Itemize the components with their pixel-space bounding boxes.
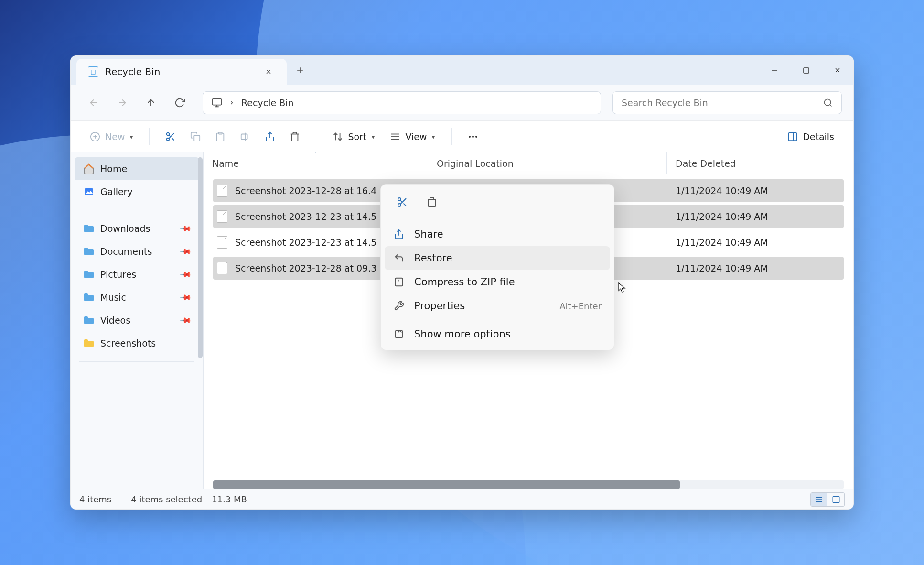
svg-point-14: [825, 99, 831, 105]
svg-rect-37: [789, 132, 797, 141]
rename-button[interactable]: [235, 126, 256, 147]
chevron-down-icon: ▾: [432, 133, 435, 141]
sidebar-item-home[interactable]: Home: [75, 157, 199, 180]
sidebar-item-gallery[interactable]: Gallery: [75, 180, 199, 203]
file-explorer-window: Recycle Bin: [70, 55, 854, 510]
search-input[interactable]: [622, 98, 823, 108]
tab-close-button[interactable]: [262, 65, 275, 78]
new-button[interactable]: New ▾: [84, 126, 139, 147]
back-button[interactable]: [82, 91, 105, 114]
maximize-button[interactable]: [790, 57, 822, 83]
breadcrumb-location[interactable]: Recycle Bin: [241, 98, 294, 108]
svg-point-42: [398, 204, 401, 206]
view-toggle-thumbnails[interactable]: [827, 492, 845, 507]
copy-button[interactable]: [185, 126, 206, 147]
more-button[interactable]: [462, 126, 483, 147]
ctx-cut-button[interactable]: [393, 193, 411, 211]
wrench-icon: [393, 301, 405, 311]
search-box[interactable]: [612, 91, 842, 114]
sidebar-item-screenshots[interactable]: Screenshots: [75, 332, 199, 355]
breadcrumb[interactable]: Recycle Bin: [203, 91, 601, 114]
svg-line-44: [403, 203, 406, 206]
svg-line-22: [172, 138, 174, 140]
up-button[interactable]: [140, 91, 162, 114]
sidebar-item-documents[interactable]: Documents 📌: [75, 240, 199, 263]
svg-line-23: [169, 135, 171, 137]
horizontal-scrollbar[interactable]: [213, 480, 844, 489]
sidebar-item-music[interactable]: Music 📌: [75, 286, 199, 309]
sidebar-item-label: Downloads: [100, 223, 150, 234]
svg-rect-11: [213, 98, 221, 105]
svg-rect-25: [219, 132, 222, 134]
gallery-icon: [83, 186, 95, 197]
paste-button[interactable]: [210, 126, 231, 147]
folder-icon: [83, 315, 95, 325]
tab-recycle-bin[interactable]: Recycle Bin: [76, 59, 287, 85]
file-icon: [217, 210, 227, 223]
sidebar-item-label: Home: [100, 163, 127, 174]
navbar: Recycle Bin: [71, 85, 853, 121]
svg-rect-39: [85, 188, 93, 195]
folder-icon: [83, 293, 95, 302]
sidebar-scrollbar[interactable]: [198, 157, 203, 358]
view-toggles: [810, 492, 845, 507]
zip-icon: [393, 277, 405, 287]
folder-icon: [83, 270, 95, 279]
svg-point-20: [167, 138, 170, 141]
folder-icon: [83, 338, 95, 348]
context-menu: Share Restore Compress to ZIP file: [380, 184, 614, 350]
svg-point-41: [398, 198, 401, 201]
view-button[interactable]: View ▾: [384, 126, 441, 147]
svg-rect-24: [194, 135, 200, 141]
status-selection: 4 items selected: [131, 494, 202, 504]
ctx-compress[interactable]: Compress to ZIP file: [385, 270, 610, 294]
ctx-share[interactable]: Share: [385, 222, 610, 246]
close-button[interactable]: [822, 57, 853, 83]
svg-rect-55: [833, 496, 839, 503]
toolbar-divider: [451, 128, 452, 145]
refresh-button[interactable]: [168, 91, 191, 114]
toolbar-divider: [149, 128, 150, 145]
statusbar: 4 items 4 items selected 11.3 MB: [71, 489, 853, 509]
svg-point-36: [475, 136, 477, 138]
svg-point-34: [469, 136, 471, 138]
sort-indicator-icon: ˄: [314, 152, 317, 158]
status-item-count: 4 items: [79, 494, 111, 504]
sidebar-item-pictures[interactable]: Pictures 📌: [75, 263, 199, 286]
column-date-deleted[interactable]: Date Deleted: [667, 152, 853, 174]
sidebar-item-label: Gallery: [100, 186, 133, 197]
ctx-restore[interactable]: Restore: [385, 246, 610, 270]
ctx-properties[interactable]: Properties Alt+Enter: [385, 294, 610, 318]
delete-button[interactable]: [284, 126, 305, 147]
status-size: 11.3 MB: [212, 494, 247, 504]
home-icon: [83, 163, 95, 174]
ctx-show-more[interactable]: Show more options: [385, 322, 610, 346]
share-button[interactable]: [259, 126, 280, 147]
sidebar-item-label: Screenshots: [100, 338, 156, 348]
forward-button[interactable]: [111, 91, 134, 114]
sidebar-item-label: Documents: [100, 246, 152, 257]
view-toggle-details[interactable]: [810, 492, 827, 507]
pin-icon: 📌: [179, 268, 193, 281]
svg-rect-47: [396, 278, 403, 286]
tab-title: Recycle Bin: [105, 66, 160, 77]
sidebar-item-downloads[interactable]: Downloads 📌: [75, 217, 199, 240]
new-tab-button[interactable]: [287, 65, 313, 75]
toolbar-divider: [316, 128, 316, 145]
column-name[interactable]: Name ˄: [204, 152, 428, 174]
column-original-location[interactable]: Original Location: [428, 152, 667, 174]
svg-point-35: [472, 136, 474, 138]
sort-button[interactable]: Sort ▾: [327, 126, 380, 147]
scrollbar-thumb[interactable]: [213, 480, 680, 489]
sidebar-item-videos[interactable]: Videos 📌: [75, 309, 199, 332]
details-pane-button[interactable]: Details: [782, 126, 840, 147]
minimize-button[interactable]: [759, 57, 790, 83]
ctx-separator: [385, 320, 610, 320]
cut-button[interactable]: [160, 126, 181, 147]
ctx-separator: [385, 220, 610, 220]
share-icon: [393, 229, 405, 239]
svg-line-45: [400, 200, 402, 202]
ctx-delete-button[interactable]: [423, 193, 441, 211]
file-icon: [217, 262, 227, 274]
svg-rect-26: [241, 134, 247, 139]
